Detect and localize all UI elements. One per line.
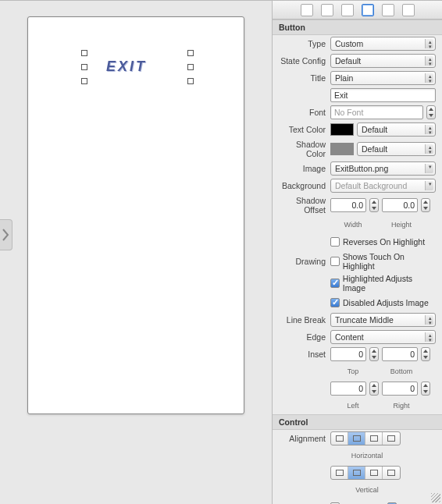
shadowcolor-swatch[interactable] [330, 143, 354, 155]
connections-tab[interactable] [402, 4, 415, 16]
resize-corner-icon[interactable] [431, 493, 440, 502]
textcolor-swatch[interactable] [330, 123, 354, 136]
identity-tab[interactable] [341, 4, 354, 16]
linebreak-select[interactable]: Truncate Middle▴▾ [330, 313, 436, 327]
title-field[interactable]: Exit [330, 88, 436, 102]
title-mode-select[interactable]: Plain▴▾ [330, 71, 436, 85]
textcolor-select[interactable]: Default▴▾ [357, 122, 436, 137]
stateconfig-select[interactable]: Default▴▾ [330, 54, 436, 68]
attributes-tab[interactable] [362, 4, 374, 16]
shadowcolor-select[interactable]: Default▴▾ [357, 142, 436, 156]
inset-top[interactable]: 0 [330, 347, 366, 361]
shadow-w-stepper[interactable] [369, 198, 379, 212]
selected-button[interactable]: EXIT [84, 53, 191, 81]
inset-bottom[interactable]: 0 [382, 347, 418, 361]
inset-left[interactable]: 0 [330, 382, 366, 396]
file-inspector-tab[interactable] [301, 4, 313, 16]
reverses-check[interactable] [330, 237, 340, 247]
background-select[interactable]: Default Background Image▾ [330, 179, 436, 193]
image-select[interactable]: ExitButton.png▾ [330, 161, 436, 176]
font-stepper[interactable] [426, 105, 436, 119]
type-select[interactable]: Custom▴▾ [330, 37, 436, 51]
inset-right[interactable]: 0 [382, 382, 418, 396]
disadj-check[interactable] [330, 298, 340, 307]
device-canvas[interactable]: EXIT [27, 16, 244, 414]
shadow-h-field[interactable]: 0.0 [382, 198, 418, 212]
touch-check[interactable] [330, 257, 340, 266]
section-control: Control [273, 414, 442, 430]
canvas-area[interactable]: EXIT Action Segue unwindToThisView: Exit [0, 1, 272, 504]
align-h-seg[interactable] [330, 431, 401, 445]
canvas-collapse-arrow[interactable] [0, 219, 12, 250]
exit-button-image[interactable]: EXIT [106, 59, 147, 75]
inspector-panel: Button Type Custom▴▾ State Config Defaul… [272, 1, 442, 504]
align-v-seg[interactable] [330, 466, 401, 480]
quickhelp-tab[interactable] [321, 4, 333, 16]
inspector-tabs [273, 1, 442, 20]
hladj-check[interactable] [330, 279, 340, 288]
shadow-w-field[interactable]: 0.0 [330, 198, 366, 212]
shadow-h-stepper[interactable] [421, 198, 430, 212]
edge-select[interactable]: Content▴▾ [330, 330, 436, 344]
section-button: Button [273, 20, 442, 35]
font-field[interactable]: No Font [330, 105, 423, 119]
size-tab[interactable] [382, 4, 394, 16]
